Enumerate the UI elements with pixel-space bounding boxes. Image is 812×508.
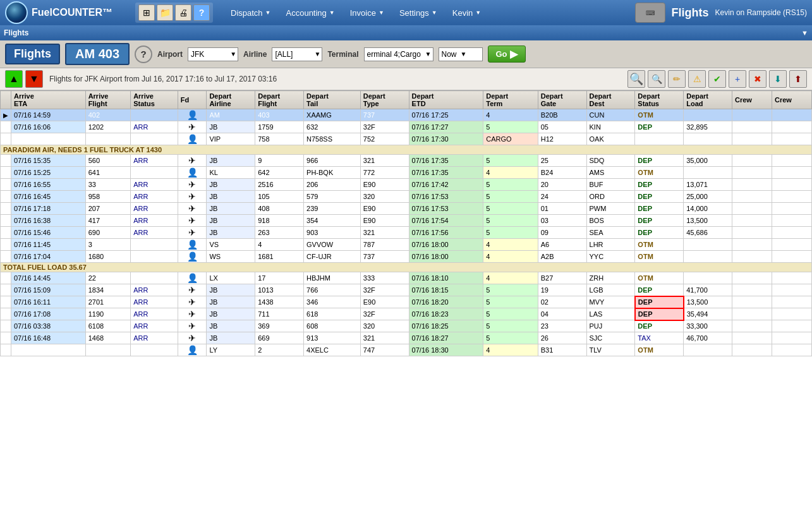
plane-icon: ✈ (188, 227, 196, 238)
person-icon: 👤 (187, 110, 198, 120)
col-crew2[interactable]: Crew (772, 91, 811, 109)
table-row[interactable]: 07/16 15:35560ARR✈JB996632107/16 17:3552… (1, 155, 812, 167)
col-depart-tail[interactable]: DepartTail (304, 91, 361, 109)
table-row[interactable]: 07/16 11:453👤VS4GVVOW78707/16 18:004A6LH… (1, 239, 812, 251)
col-arrive-eta[interactable]: ArriveETA (11, 91, 86, 109)
table-row[interactable]: TOTAL FUEL LOAD 35.67 (1, 263, 812, 272)
terminal-select[interactable]: erminal 4;Cargo ▼ (364, 47, 433, 61)
plane-icon: ✈ (188, 191, 196, 202)
table-row[interactable]: 07/16 16:112701ARR✈JB1438346E9007/16 18:… (1, 296, 812, 308)
table-row[interactable]: 07/16 14:4522👤LX17HBJHM33307/16 18:104B2… (1, 272, 812, 284)
help-icon[interactable]: ? (193, 4, 210, 21)
person-icon: 👤 (187, 273, 198, 283)
col-arrive-status[interactable]: ArriveStatus (131, 91, 178, 109)
plane-icon: ✈ (188, 321, 196, 331)
col-crew1[interactable]: Crew (732, 91, 772, 109)
logo-area: FuelCOUNTER™ (5, 1, 131, 24)
menu-settings[interactable]: Settings ▼ (392, 0, 445, 25)
main-table-container[interactable]: ArriveETA ArriveFlight ArriveStatus Fd D… (0, 90, 812, 508)
col-depart-term[interactable]: DepartTerm (483, 91, 538, 109)
col-depart-type[interactable]: DepartType (360, 91, 409, 109)
edit-btn[interactable]: ✏ (668, 70, 686, 88)
col-fd[interactable]: Fd (178, 91, 207, 109)
col-depart-flight[interactable]: DepartFlight (255, 91, 304, 109)
toolbar-icons: ⊞ 📁 🖨 ? (135, 3, 213, 23)
table-row[interactable]: 07/16 03:386108ARR✈JB36960832007/16 18:2… (1, 320, 812, 332)
go-arrow: ▶ (510, 48, 518, 60)
remove-red-btn[interactable]: ▼ (25, 70, 43, 88)
table-row[interactable]: 07/16 17:041680👤WS1681CF-UJR73707/16 18:… (1, 251, 812, 263)
panel-titlebar: Flights ▼ (0, 25, 812, 40)
right-header: ⌨ Flights Kevin on Rampside (RS15) (635, 3, 807, 23)
menu-nav: Dispatch ▼ Accounting ▼ Invoice ▼ Settin… (223, 0, 631, 25)
col-depart-dest[interactable]: DepartDest (586, 91, 635, 109)
zoom-out-btn[interactable]: 🔍 (648, 70, 665, 88)
flights-panel: Flights ▼ Flights AM 403 ? Airport JFK ▼… (0, 25, 812, 508)
table-row[interactable]: 07/16 17:081190ARR✈JB71161832F07/16 18:2… (1, 308, 812, 320)
airport-select[interactable]: JFK ▼ (188, 47, 238, 61)
plane-icon: ✈ (188, 333, 196, 343)
plane-icon: ✈ (188, 179, 196, 190)
menu-invoice[interactable]: Invoice ▼ (342, 0, 392, 25)
time-select[interactable]: Now ▼ (439, 47, 483, 61)
col-depart-airline[interactable]: DepartAirline (207, 91, 255, 109)
time-dropdown-arrow: ▼ (461, 51, 467, 57)
table-row[interactable]: 07/16 15:25641👤KL642PH-BQK77207/16 17:35… (1, 167, 812, 179)
up-btn[interactable]: ⬆ (789, 70, 807, 88)
plus-btn[interactable]: + (729, 70, 746, 88)
flights-badge: Flights (5, 44, 60, 64)
panel-tab[interactable]: Flights (4, 28, 28, 37)
menu-accounting[interactable]: Accounting ▼ (279, 0, 342, 25)
col-depart-etd[interactable]: DepartETD (409, 91, 483, 109)
airport-dropdown-arrow: ▼ (230, 51, 236, 57)
warning-btn[interactable]: ⚠ (688, 70, 706, 88)
col-depart-gate[interactable]: DepartGate (538, 91, 586, 109)
table-row[interactable]: 👤VIP758N758SS75207/16 17:30CARGOH12OAK (1, 133, 812, 145)
table-header-row: ArriveETA ArriveFlight ArriveStatus Fd D… (1, 91, 812, 109)
accounting-arrow: ▼ (329, 9, 335, 16)
table-row[interactable]: ▶07/16 14:59402👤AM403XAAMG73707/16 17:25… (1, 109, 812, 121)
app-name: FuelCOUNTER™ (32, 7, 112, 18)
airline-select[interactable]: [ALL] ▼ (272, 47, 322, 61)
col-arrive-flight[interactable]: ArriveFlight (85, 91, 131, 109)
plane-icon: ✈ (188, 297, 196, 307)
help-button[interactable]: ? (135, 45, 152, 63)
airline-label: Airline (243, 50, 267, 59)
airline-dropdown-arrow: ▼ (314, 51, 320, 57)
table-row[interactable]: PARADIGM AIR, NEEDS 1 FUEL TRUCK AT 1430 (1, 145, 812, 155)
table-row[interactable]: 07/16 17:18207ARR✈JB408239E9007/16 17:53… (1, 203, 812, 215)
zoom-in-btn[interactable]: 🔍 (627, 70, 645, 88)
top-menu-bar: FuelCOUNTER™ ⊞ 📁 🖨 ? Dispatch ▼ Accounti… (0, 0, 812, 25)
go-button[interactable]: Go ▶ (488, 45, 526, 63)
flights-table: ArriveETA ArriveFlight ArriveStatus Fd D… (0, 90, 812, 356)
check-btn[interactable]: ✔ (708, 70, 726, 88)
terminal-dropdown-arrow: ▼ (425, 51, 432, 57)
flight-number: AM 403 (65, 43, 130, 65)
print-icon[interactable]: 🖨 (175, 4, 191, 21)
x-btn[interactable]: ✖ (749, 70, 767, 88)
table-row[interactable]: 07/16 16:38417ARR✈JB918354E9007/16 17:54… (1, 215, 812, 227)
table-row[interactable]: 07/16 16:45958ARR✈JB10557932007/16 17:53… (1, 191, 812, 203)
kevin-arrow: ▼ (475, 9, 481, 16)
table-row[interactable]: 07/16 16:061202ARR✈JB175963232F07/16 17:… (1, 121, 812, 133)
dl-btn[interactable]: ⬇ (769, 70, 787, 88)
menu-kevin[interactable]: Kevin ▼ (445, 0, 488, 25)
folder-icon[interactable]: 📁 (157, 4, 173, 21)
panel-collapse-btn[interactable]: ▼ (801, 29, 808, 37)
person-icon: 👤 (187, 345, 198, 355)
table-row[interactable]: 07/16 16:481468ARR✈JB66991332107/16 18:2… (1, 332, 812, 344)
flights-title: Flights (672, 6, 709, 20)
grid-icon[interactable]: ⊞ (138, 4, 155, 21)
col-depart-status[interactable]: DepartStatus (635, 91, 684, 109)
plane-icon: ✈ (188, 203, 196, 214)
person-icon: 👤 (187, 239, 198, 250)
menu-dispatch[interactable]: Dispatch ▼ (223, 0, 279, 25)
table-row[interactable]: 👤LY24XELC74707/16 18:304B31TLVOTM (1, 344, 812, 356)
col-depart-load[interactable]: DepartLoad (684, 91, 732, 109)
table-row[interactable]: 07/16 16:5533ARR✈JB2516206E9007/16 17:42… (1, 179, 812, 191)
add-green-btn[interactable]: ▲ (5, 70, 23, 88)
table-row[interactable]: 07/16 15:46690ARR✈JB26390332107/16 17:56… (1, 227, 812, 239)
flights-header: Flights AM 403 ? Airport JFK ▼ Airline [… (0, 40, 812, 68)
toolbar-row: ▲ ▼ Flights for JFK Airport from Jul 16,… (0, 68, 812, 90)
table-row[interactable]: 07/16 15:091834ARR✈JB101376632F07/16 18:… (1, 284, 812, 296)
